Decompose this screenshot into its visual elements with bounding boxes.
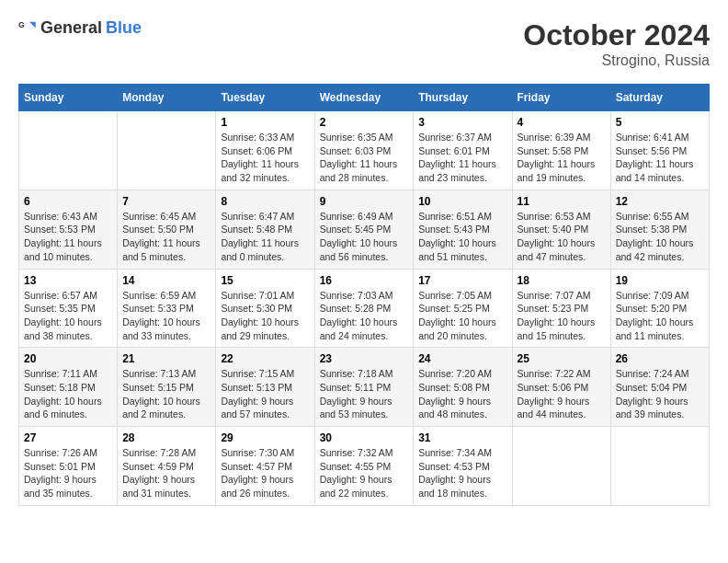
calendar-cell bbox=[512, 427, 610, 506]
day-number: 1 bbox=[221, 116, 309, 129]
day-number: 8 bbox=[221, 195, 309, 208]
day-number: 3 bbox=[418, 116, 506, 129]
calendar-cell: 20Sunrise: 7:11 AMSunset: 5:18 PMDayligh… bbox=[19, 348, 118, 427]
day-info: Sunrise: 7:24 AMSunset: 5:04 PMDaylight:… bbox=[616, 367, 704, 421]
day-info: Sunrise: 7:22 AMSunset: 5:06 PMDaylight:… bbox=[518, 367, 606, 421]
day-number: 22 bbox=[221, 352, 309, 365]
day-info: Sunrise: 6:47 AMSunset: 5:48 PMDaylight:… bbox=[221, 210, 309, 264]
calendar-cell: 10Sunrise: 6:51 AMSunset: 5:43 PMDayligh… bbox=[414, 190, 512, 269]
weekday-header-row: SundayMondayTuesdayWednesdayThursdayFrid… bbox=[19, 85, 710, 111]
day-info: Sunrise: 7:11 AMSunset: 5:18 PMDaylight:… bbox=[24, 367, 112, 421]
day-info: Sunrise: 6:55 AMSunset: 5:38 PMDaylight:… bbox=[616, 210, 704, 264]
day-number: 30 bbox=[320, 431, 409, 444]
day-number: 25 bbox=[518, 352, 606, 365]
day-info: Sunrise: 7:18 AMSunset: 5:11 PMDaylight:… bbox=[320, 367, 409, 421]
day-number: 28 bbox=[122, 431, 210, 444]
day-info: Sunrise: 7:28 AMSunset: 4:59 PMDaylight:… bbox=[122, 446, 210, 500]
day-number: 12 bbox=[616, 195, 704, 208]
day-number: 20 bbox=[24, 352, 112, 365]
day-info: Sunrise: 6:33 AMSunset: 6:06 PMDaylight:… bbox=[221, 131, 309, 185]
calendar-cell: 1Sunrise: 6:33 AMSunset: 6:06 PMDaylight… bbox=[216, 111, 314, 190]
calendar-week-row: 1Sunrise: 6:33 AMSunset: 6:06 PMDaylight… bbox=[19, 111, 710, 190]
calendar-week-row: 13Sunrise: 6:57 AMSunset: 5:35 PMDayligh… bbox=[19, 269, 710, 348]
calendar-cell: 19Sunrise: 7:09 AMSunset: 5:20 PMDayligh… bbox=[610, 269, 709, 348]
calendar-cell: 4Sunrise: 6:39 AMSunset: 5:58 PMDaylight… bbox=[512, 111, 610, 190]
day-info: Sunrise: 7:26 AMSunset: 5:01 PMDaylight:… bbox=[24, 446, 112, 500]
calendar-cell: 31Sunrise: 7:34 AMSunset: 4:53 PMDayligh… bbox=[414, 427, 512, 506]
day-info: Sunrise: 7:20 AMSunset: 5:08 PMDaylight:… bbox=[418, 367, 506, 421]
day-info: Sunrise: 7:32 AMSunset: 4:55 PMDaylight:… bbox=[320, 446, 409, 500]
day-number: 6 bbox=[24, 195, 112, 208]
calendar-cell: 27Sunrise: 7:26 AMSunset: 5:01 PMDayligh… bbox=[19, 427, 118, 506]
calendar-cell: 16Sunrise: 7:03 AMSunset: 5:28 PMDayligh… bbox=[314, 269, 414, 348]
calendar-cell: 26Sunrise: 7:24 AMSunset: 5:04 PMDayligh… bbox=[610, 348, 709, 427]
calendar-cell: 14Sunrise: 6:59 AMSunset: 5:33 PMDayligh… bbox=[118, 269, 216, 348]
calendar-cell: 29Sunrise: 7:30 AMSunset: 4:57 PMDayligh… bbox=[216, 427, 314, 506]
location-title: Strogino, Russia bbox=[523, 52, 710, 69]
calendar-cell: 2Sunrise: 6:35 AMSunset: 6:03 PMDaylight… bbox=[314, 111, 414, 190]
calendar-cell: 25Sunrise: 7:22 AMSunset: 5:06 PMDayligh… bbox=[512, 348, 610, 427]
weekday-header: Saturday bbox=[610, 85, 709, 111]
calendar-cell bbox=[610, 427, 709, 506]
day-info: Sunrise: 6:53 AMSunset: 5:40 PMDaylight:… bbox=[518, 210, 606, 264]
calendar-week-row: 20Sunrise: 7:11 AMSunset: 5:18 PMDayligh… bbox=[19, 348, 710, 427]
day-info: Sunrise: 7:07 AMSunset: 5:23 PMDaylight:… bbox=[518, 289, 606, 343]
day-number: 24 bbox=[418, 352, 506, 365]
calendar-cell: 21Sunrise: 7:13 AMSunset: 5:15 PMDayligh… bbox=[118, 348, 216, 427]
day-info: Sunrise: 7:05 AMSunset: 5:25 PMDaylight:… bbox=[418, 289, 506, 343]
day-info: Sunrise: 7:15 AMSunset: 5:13 PMDaylight:… bbox=[221, 367, 309, 421]
day-number: 2 bbox=[320, 116, 409, 129]
calendar-cell: 23Sunrise: 7:18 AMSunset: 5:11 PMDayligh… bbox=[314, 348, 414, 427]
day-info: Sunrise: 6:35 AMSunset: 6:03 PMDaylight:… bbox=[320, 131, 409, 185]
day-info: Sunrise: 6:51 AMSunset: 5:43 PMDaylight:… bbox=[418, 210, 506, 264]
calendar-cell: 8Sunrise: 6:47 AMSunset: 5:48 PMDaylight… bbox=[216, 190, 314, 269]
calendar-cell bbox=[19, 111, 118, 190]
weekday-header: Friday bbox=[512, 85, 610, 111]
page-header: G GeneralBlue October 2024 Strogino, Rus… bbox=[18, 18, 710, 69]
day-info: Sunrise: 6:37 AMSunset: 6:01 PMDaylight:… bbox=[418, 131, 506, 185]
day-info: Sunrise: 7:34 AMSunset: 4:53 PMDaylight:… bbox=[418, 446, 506, 500]
calendar-cell: 6Sunrise: 6:43 AMSunset: 5:53 PMDaylight… bbox=[19, 190, 118, 269]
calendar-cell bbox=[118, 111, 216, 190]
day-number: 7 bbox=[122, 195, 210, 208]
day-number: 18 bbox=[518, 274, 606, 287]
day-number: 16 bbox=[320, 274, 409, 287]
calendar-week-row: 27Sunrise: 7:26 AMSunset: 5:01 PMDayligh… bbox=[19, 427, 710, 506]
day-number: 13 bbox=[24, 274, 112, 287]
title-block: October 2024 Strogino, Russia bbox=[523, 18, 710, 69]
calendar-week-row: 6Sunrise: 6:43 AMSunset: 5:53 PMDaylight… bbox=[19, 190, 710, 269]
day-info: Sunrise: 6:43 AMSunset: 5:53 PMDaylight:… bbox=[24, 210, 112, 264]
svg-marker-1 bbox=[29, 21, 36, 28]
day-number: 9 bbox=[320, 195, 409, 208]
day-number: 17 bbox=[418, 274, 506, 287]
calendar-cell: 7Sunrise: 6:45 AMSunset: 5:50 PMDaylight… bbox=[118, 190, 216, 269]
day-number: 10 bbox=[418, 195, 506, 208]
day-info: Sunrise: 7:03 AMSunset: 5:28 PMDaylight:… bbox=[320, 289, 409, 343]
day-info: Sunrise: 6:57 AMSunset: 5:35 PMDaylight:… bbox=[24, 289, 112, 343]
weekday-header: Tuesday bbox=[216, 85, 314, 111]
day-number: 14 bbox=[122, 274, 210, 287]
calendar-cell: 5Sunrise: 6:41 AMSunset: 5:56 PMDaylight… bbox=[610, 111, 709, 190]
day-number: 15 bbox=[221, 274, 309, 287]
calendar-cell: 30Sunrise: 7:32 AMSunset: 4:55 PMDayligh… bbox=[314, 427, 414, 506]
weekday-header: Wednesday bbox=[314, 85, 414, 111]
day-number: 27 bbox=[24, 431, 112, 444]
day-number: 21 bbox=[122, 352, 210, 365]
day-number: 5 bbox=[616, 116, 704, 129]
logo-text-general: General bbox=[40, 18, 102, 38]
day-info: Sunrise: 6:59 AMSunset: 5:33 PMDaylight:… bbox=[122, 289, 210, 343]
calendar-cell: 18Sunrise: 7:07 AMSunset: 5:23 PMDayligh… bbox=[512, 269, 610, 348]
svg-text:G: G bbox=[18, 20, 25, 29]
day-info: Sunrise: 6:49 AMSunset: 5:45 PMDaylight:… bbox=[320, 210, 409, 264]
day-info: Sunrise: 7:30 AMSunset: 4:57 PMDaylight:… bbox=[221, 446, 309, 500]
weekday-header: Thursday bbox=[414, 85, 512, 111]
calendar-cell: 12Sunrise: 6:55 AMSunset: 5:38 PMDayligh… bbox=[610, 190, 709, 269]
day-info: Sunrise: 6:45 AMSunset: 5:50 PMDaylight:… bbox=[122, 210, 210, 264]
day-number: 4 bbox=[518, 116, 606, 129]
day-info: Sunrise: 7:13 AMSunset: 5:15 PMDaylight:… bbox=[122, 367, 210, 421]
weekday-header: Sunday bbox=[19, 85, 118, 111]
calendar-cell: 15Sunrise: 7:01 AMSunset: 5:30 PMDayligh… bbox=[216, 269, 314, 348]
calendar-cell: 28Sunrise: 7:28 AMSunset: 4:59 PMDayligh… bbox=[118, 427, 216, 506]
logo-icon: G bbox=[18, 19, 37, 38]
month-title: October 2024 bbox=[523, 18, 710, 52]
